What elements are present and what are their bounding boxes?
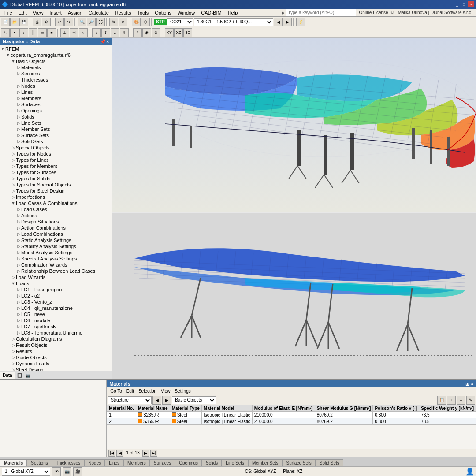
tree-item-action-combinations[interactable]: ▷Action Combinations: [0, 225, 112, 231]
menu-tools[interactable]: Tools: [134, 10, 151, 16]
tab-member-sets[interactable]: Member Sets: [248, 459, 282, 466]
video-icon[interactable]: 🎥: [73, 467, 82, 476]
pin-icon[interactable]: 📌: [100, 39, 105, 44]
tree-item-thicknesses[interactable]: Thicknesses: [0, 77, 112, 83]
tab-thicknesses[interactable]: Thicknesses: [52, 459, 85, 466]
panel-close-icon[interactable]: ×: [471, 382, 473, 387]
mat-icon3[interactable]: −: [457, 396, 465, 405]
node-button[interactable]: •: [10, 28, 19, 37]
tree-item-types-members[interactable]: ▷Types for Members: [0, 163, 112, 169]
mat-icon2[interactable]: +: [447, 396, 456, 405]
solid-button[interactable]: ■: [47, 28, 56, 37]
tree-item-lc2[interactable]: ▷LC2 - g2: [0, 293, 112, 299]
tree-item-load-combinations[interactable]: ▷Load Combinations: [0, 231, 112, 237]
materials-menu-selection[interactable]: Selection: [137, 388, 158, 394]
tree-item-load-wizards[interactable]: ▷Load Wizards: [0, 274, 112, 280]
zoom-all-button[interactable]: ⛶: [96, 18, 105, 26]
materials-menu-goto[interactable]: Go To: [108, 388, 124, 394]
tree-item-spectral-analysis-settings[interactable]: ▷Spectral Analysis Settings: [0, 256, 112, 262]
rotate-button[interactable]: ↻: [109, 18, 118, 26]
prev-load-button[interactable]: ◀: [274, 18, 283, 26]
prev-page-btn[interactable]: ◀: [116, 450, 123, 457]
menu-assign[interactable]: Assign: [65, 10, 85, 16]
save-button[interactable]: 💾: [19, 18, 28, 26]
menu-view[interactable]: View: [30, 10, 46, 16]
keyword-search-input[interactable]: [286, 9, 356, 17]
next-load-button[interactable]: ▶: [283, 18, 292, 26]
member-hinge-btn[interactable]: ○: [79, 28, 88, 37]
tree-item-surface-sets[interactable]: ▷Surface Sets: [0, 132, 112, 138]
float-icon[interactable]: ×: [106, 39, 109, 44]
nav-bottom-icon2[interactable]: 📷: [24, 373, 32, 378]
menu-insert[interactable]: Insert: [47, 10, 64, 16]
tab-solids[interactable]: Solids: [202, 459, 222, 466]
nav-bottom-icon1[interactable]: 🔲: [15, 373, 24, 378]
panel-float-icon[interactable]: ⊞: [465, 382, 469, 387]
calc-button[interactable]: ⚡: [296, 18, 305, 26]
prev-btn[interactable]: ◀: [152, 396, 161, 405]
tree-item-dynamic-loads[interactable]: ▷Dynamic Loads: [0, 361, 112, 367]
tree-item-load-cases[interactable]: ▷Load Cases: [0, 206, 112, 212]
open-button[interactable]: 📂: [10, 18, 19, 26]
nav-tab-data[interactable]: Data: [0, 372, 15, 379]
tree-item-steel-design[interactable]: ▷Steel Design: [0, 367, 112, 371]
line-button[interactable]: /: [19, 28, 28, 37]
tree-item-actions[interactable]: ▷Actions: [0, 212, 112, 219]
tree-item-types-lines[interactable]: ▷Types for Lines: [0, 157, 112, 163]
tree-item-member-sets[interactable]: ▷Member Sets: [0, 126, 112, 132]
tree-item-guide-objects[interactable]: ▷Guide Objects: [0, 354, 112, 361]
tree-item-line-sets[interactable]: ▷Line Sets: [0, 120, 112, 126]
load-line-btn[interactable]: ↧: [101, 28, 110, 37]
zoom-out-button[interactable]: 🔎: [87, 18, 96, 26]
minimize-button[interactable]: _: [454, 1, 460, 7]
tree-item-openings[interactable]: ▷Openings: [0, 108, 112, 114]
tree-item-loads[interactable]: ▼Loads: [0, 280, 112, 286]
next-btn[interactable]: ▶: [162, 396, 171, 405]
tab-members[interactable]: Members: [123, 459, 150, 466]
pan-button[interactable]: ✥: [119, 18, 127, 26]
tab-materials[interactable]: Materials: [0, 459, 27, 466]
menu-window[interactable]: Window: [175, 10, 197, 16]
materials-menu-view[interactable]: View: [159, 388, 172, 394]
tree-item-sections[interactable]: ▷Sections: [0, 71, 112, 77]
tree-item-lc7[interactable]: ▷LC7 - spettro slv: [0, 324, 112, 330]
close-button[interactable]: ×: [468, 1, 474, 7]
tree-item-lc5[interactable]: ▷LC5 - neve: [0, 311, 112, 317]
tree-item-calc-diagrams[interactable]: ▷Calculation Diagrams: [0, 336, 112, 342]
tree-item-types-nodes[interactable]: ▷Types for Nodes: [0, 151, 112, 157]
structure-combo[interactable]: Structure: [108, 396, 152, 404]
tab-surfaces[interactable]: Surfaces: [150, 459, 175, 466]
tree-item-combination-wizards[interactable]: ▷Combination Wizards: [0, 262, 112, 268]
tree-item-solids[interactable]: ▷Solids: [0, 114, 112, 120]
tree-item-lc4[interactable]: ▷LC4 - qk_manutenzione: [0, 305, 112, 311]
camera-icon[interactable]: 📷: [63, 467, 71, 476]
view-xy-btn[interactable]: XY: [165, 28, 174, 37]
zoom-in-button[interactable]: 🔍: [78, 18, 86, 26]
eye-icon[interactable]: 👁: [52, 467, 61, 476]
tree-item-solid-sets[interactable]: ▷Solid Sets: [0, 138, 112, 145]
menu-options[interactable]: Options: [152, 10, 174, 16]
tab-sections[interactable]: Sections: [27, 459, 52, 466]
tree-item-design-situations[interactable]: ▷Design Situations: [0, 219, 112, 225]
snap-node-btn[interactable]: ◉: [142, 28, 151, 37]
tree-item-lc8[interactable]: ▷LC8 - Temperatura Uniforme: [0, 330, 112, 336]
print-button[interactable]: 🖨: [33, 18, 41, 26]
tab-surface-sets[interactable]: Surface Sets: [283, 459, 316, 466]
mat-icon1[interactable]: 📋: [437, 396, 446, 405]
tree-item-results[interactable]: ▷Results: [0, 348, 112, 354]
tree-item-static-analysis-settings[interactable]: ▷Static Analysis Settings: [0, 237, 112, 243]
tree-item-members[interactable]: ▷Members: [0, 95, 112, 101]
view-xz-btn[interactable]: XZ: [174, 28, 183, 37]
tree-item-types-surfaces[interactable]: ▷Types for Surfaces: [0, 169, 112, 175]
view-3d-btn[interactable]: 3D: [183, 28, 192, 37]
load-free-btn[interactable]: ⇩: [120, 28, 129, 37]
snap-grid-btn[interactable]: #: [133, 28, 142, 37]
tab-lines[interactable]: Lines: [105, 459, 123, 466]
menu-cad-bim[interactable]: CAD-BIM: [198, 10, 224, 16]
render-button[interactable]: 🎨: [132, 18, 141, 26]
table-row[interactable]: 1S235JRSteelIsotropic | Linear Elastic21…: [107, 412, 476, 418]
tree-item-relationship-load-cases[interactable]: ▷Relationship Between Load Cases: [0, 268, 112, 274]
tree-item-file[interactable]: ▼copertura_ombreggiante.rf6: [0, 52, 112, 58]
menu-file[interactable]: File: [2, 10, 15, 16]
settings-button[interactable]: ⚙: [42, 18, 51, 26]
